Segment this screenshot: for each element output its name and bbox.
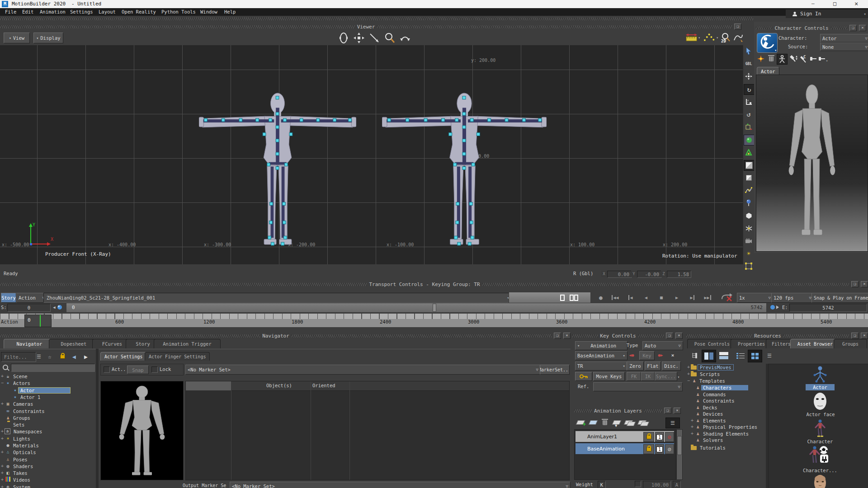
- viewport[interactable]: y: 200.00 y: 100.00 x: -500.00 x: -400.0…: [0, 45, 743, 264]
- polygon-tool-icon[interactable]: [744, 211, 754, 221]
- weight-checkbox[interactable]: [635, 481, 641, 487]
- close-button[interactable]: ×: [854, 0, 858, 7]
- marker-table[interactable]: Object(s) Oriented: [185, 381, 570, 480]
- tree-view-icon[interactable]: [690, 351, 700, 360]
- navigator-header[interactable]: Navigator ❏×: [0, 333, 571, 339]
- history-back-icon[interactable]: ◀: [70, 353, 79, 360]
- pin-rotate-icon[interactable]: C: [799, 54, 809, 64]
- viewer-float-button[interactable]: ❏: [734, 23, 741, 30]
- navigator-close-button[interactable]: ×: [563, 333, 571, 339]
- delete-layer-icon[interactable]: [600, 418, 609, 427]
- stop-button[interactable]: ■: [655, 293, 668, 302]
- go-to-end-button[interactable]: ▶▶: [701, 293, 714, 302]
- timeline-ruler[interactable]: Action 0 600 1200 1800 2400 3000 3600 42…: [0, 314, 868, 327]
- tab-actor-settings[interactable]: Actor Settings: [100, 352, 146, 361]
- tree-item-opticals[interactable]: +∴Opticals: [0, 449, 38, 455]
- layer-stack-alt-icon[interactable]: [637, 418, 649, 427]
- tree-item-prevismoves[interactable]: +PrevisMoves: [686, 364, 733, 371]
- animation-layers-close-button[interactable]: ×: [674, 408, 681, 414]
- tab-actor-finger-settings[interactable]: Actor Finger Settings: [145, 352, 210, 361]
- take-field[interactable]: ZhouNianQing02_Sc21-28_Springfield_001▾: [43, 293, 513, 303]
- range-slider-thumb[interactable]: [433, 304, 436, 312]
- layer-mute-button[interactable]: ⊘: [665, 432, 674, 442]
- record-button[interactable]: ●: [594, 293, 608, 302]
- list-view-icon[interactable]: [735, 351, 746, 360]
- key-button[interactable]: Key: [639, 351, 655, 360]
- tree-item-res-constraints[interactable]: ♟Constraints: [694, 397, 736, 404]
- animation-layers-float-button[interactable]: ❏: [664, 408, 671, 414]
- sign-in-dropdown-icon[interactable]: ▾: [864, 12, 866, 16]
- menu-settings[interactable]: Settings: [70, 9, 93, 14]
- layer-row-baseanimation[interactable]: BaseAnimation 1 ⊘: [576, 443, 674, 454]
- story-button[interactable]: Story: [1, 293, 16, 303]
- viewer-header[interactable]: Viewer ❏: [0, 23, 741, 30]
- rotation-z-value[interactable]: 1.58: [667, 271, 691, 278]
- cube-small-icon[interactable]: [744, 173, 754, 183]
- loop-off-icon[interactable]: [720, 292, 734, 303]
- asset-character-label[interactable]: Character: [804, 438, 836, 444]
- asset-character-extension-icon[interactable]: [808, 446, 832, 465]
- maximize-button[interactable]: □: [833, 0, 836, 7]
- sphere-handle-icon[interactable]: [744, 135, 755, 145]
- column-objects[interactable]: Object(s): [266, 383, 292, 388]
- actor-figure-right[interactable]: [382, 92, 547, 248]
- zoom-2d-icon[interactable]: 2D: [720, 32, 731, 43]
- end-frame-field[interactable]: 5742: [789, 304, 867, 312]
- tree-item-poses[interactable]: ♙Poses: [0, 456, 29, 463]
- scale-tool-icon[interactable]: [744, 97, 754, 107]
- disc-button[interactable]: Disc.: [662, 361, 681, 371]
- select-cursor-icon[interactable]: [744, 46, 754, 56]
- asset-character-face-icon[interactable]: [813, 474, 827, 488]
- tree-item-shading-elements[interactable]: +♟Shading Elements: [690, 430, 750, 437]
- selection-frame-icon[interactable]: [744, 261, 754, 271]
- playhead[interactable]: [40, 315, 41, 327]
- tree-item-actor-1[interactable]: ✶Actor 1: [12, 394, 42, 400]
- tree-item-namespaces[interactable]: +aNamespaces: [0, 428, 44, 435]
- fps-select[interactable]: 120 fps▽: [771, 293, 814, 303]
- rotation-y-value[interactable]: -0.00: [637, 271, 661, 278]
- skeleton-tool-icon[interactable]: [744, 223, 754, 233]
- tab-asset-browser[interactable]: Asset Browser: [790, 339, 840, 348]
- layer-badge[interactable]: 1: [655, 444, 664, 454]
- output-marker-select[interactable]: <No Marker Set>▽: [230, 482, 571, 488]
- favorites-star-icon[interactable]: ☆: [45, 353, 54, 360]
- weight-auto-button[interactable]: A: [673, 481, 681, 488]
- cube-tool-icon[interactable]: [744, 160, 755, 171]
- add-layer-icon[interactable]: +: [575, 418, 586, 427]
- rotate-tool-icon[interactable]: ↻: [744, 84, 755, 95]
- tree-item-scripts[interactable]: +Scripts: [686, 371, 722, 377]
- animation-mode-select[interactable]: ▾Animation: [575, 341, 627, 350]
- resources-float-button[interactable]: ❏: [851, 333, 859, 339]
- speed-select[interactable]: 1x▽: [737, 293, 773, 303]
- tree-item-solvers[interactable]: ♟Solvers: [694, 436, 725, 443]
- layer-lock-button[interactable]: [643, 432, 654, 442]
- layer-row-animlayer1[interactable]: AnimLayer1 1 ⊘: [576, 431, 674, 442]
- layout-dual-icon[interactable]: [569, 294, 580, 301]
- move-keys-button[interactable]: Move Keys: [593, 372, 625, 381]
- tree-item-tutorials[interactable]: Tutorials: [686, 444, 727, 451]
- split-view-icon[interactable]: [702, 350, 716, 362]
- menu-layout[interactable]: Layout: [99, 9, 116, 14]
- play-backward-button[interactable]: ◀: [639, 293, 653, 302]
- ik-button[interactable]: IK: [641, 372, 655, 381]
- step-back-button[interactable]: ◀: [624, 293, 637, 302]
- tree-item-sets[interactable]: Sets: [0, 421, 26, 428]
- delete-key-button[interactable]: ×: [668, 351, 677, 359]
- tree-item-physical-properties[interactable]: +♟Physical Properties: [690, 423, 759, 430]
- tree-item-scene[interactable]: +☕Scene: [0, 373, 29, 380]
- marker-set-select[interactable]: <No Marker Set>▽: [185, 365, 541, 375]
- delete-character-icon[interactable]: [768, 55, 775, 62]
- sync-dropdown-icon[interactable]: ▾: [676, 374, 681, 380]
- tab-navigator[interactable]: Navigator: [4, 339, 55, 348]
- resources-close-button[interactable]: ×: [861, 333, 868, 339]
- range-scrub-handle[interactable]: [57, 305, 62, 310]
- step-forward-button[interactable]: ▶: [685, 293, 699, 302]
- layer-scrollbar[interactable]: [676, 429, 683, 480]
- horizontal-split-icon[interactable]: [717, 350, 731, 361]
- layer-list-button[interactable]: ☰: [665, 418, 680, 428]
- pan-tool-icon[interactable]: [352, 32, 366, 44]
- tree-item-decks[interactable]: ♟Decks: [694, 404, 719, 411]
- type-select[interactable]: Auto▽: [642, 341, 683, 350]
- animation-layers-header[interactable]: Animation Layers ❏×: [574, 408, 681, 414]
- orbit-tool-icon[interactable]: [337, 32, 350, 44]
